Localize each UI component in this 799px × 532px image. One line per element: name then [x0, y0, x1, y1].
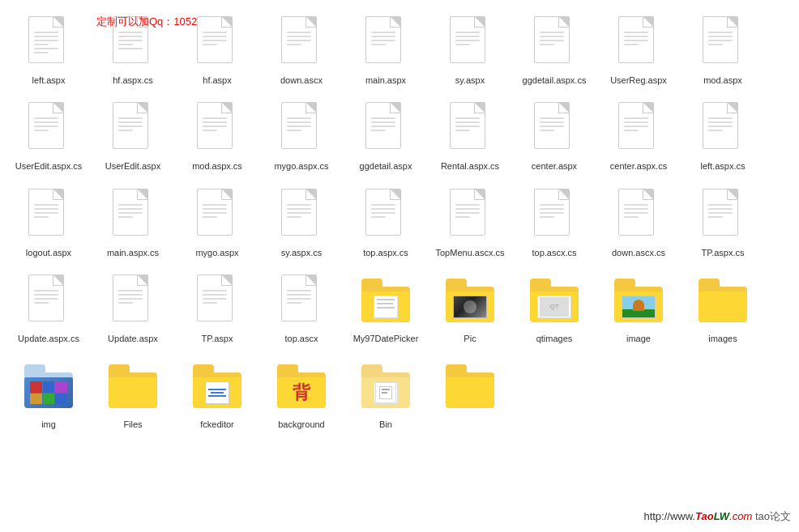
file-name: TP.aspx	[202, 333, 233, 344]
file-name: Update.aspx.cs	[18, 333, 79, 344]
file-icon	[528, 13, 580, 71]
file-name: sy.aspx.cs	[281, 247, 323, 258]
file-icon	[697, 185, 749, 244]
file-icon	[444, 185, 496, 244]
file-icon	[23, 13, 75, 71]
list-item[interactable]: Update.aspx	[92, 266, 173, 349]
file-icon	[191, 99, 243, 157]
folder-my97-icon	[360, 271, 412, 330]
file-name: Pic	[464, 333, 476, 344]
file-name: logout.aspx	[26, 247, 71, 258]
list-item[interactable]: mygo.aspx	[177, 181, 258, 263]
list-item[interactable]: QT qtimages	[514, 266, 595, 349]
list-item[interactable]: mod.aspx.cs	[177, 94, 258, 177]
file-name: mygo.aspx.cs	[274, 160, 328, 172]
file-name: UserEdit.aspx	[105, 160, 160, 172]
file-icon	[444, 13, 496, 71]
file-name: main.aspx	[365, 74, 406, 86]
file-name: qtimages	[536, 333, 573, 344]
list-item[interactable]: down.ascx	[261, 8, 342, 91]
file-name: center.aspx.cs	[610, 160, 667, 172]
file-icon	[276, 13, 327, 71]
list-item[interactable]: top.ascx.cs	[514, 181, 595, 263]
file-name: mygo.aspx	[195, 247, 238, 258]
file-name: Bin	[379, 419, 392, 430]
file-name: images	[708, 333, 737, 344]
list-item[interactable]: Pic	[429, 266, 511, 349]
list-item[interactable]: My97DatePicker	[345, 266, 426, 349]
file-name: TopMenu.ascx.cs	[436, 247, 505, 258]
file-icon	[444, 99, 496, 157]
list-item[interactable]: img	[8, 352, 89, 435]
list-item[interactable]	[429, 352, 511, 433]
list-item[interactable]: UserEdit.aspx	[92, 94, 173, 177]
list-item[interactable]: ggdetail.aspx	[345, 94, 426, 177]
list-item[interactable]: UserEdit.aspx.cs	[8, 94, 89, 177]
list-item[interactable]: 定制可以加Qq：1052602713 hf.aspx.cs	[92, 8, 173, 91]
list-item[interactable]: UserReg.aspx	[598, 8, 679, 91]
list-item[interactable]: center.aspx	[514, 94, 595, 177]
list-item[interactable]: left.aspx.cs	[682, 94, 763, 177]
list-item[interactable]: fckeditor	[177, 352, 258, 435]
file-name: main.aspx.cs	[107, 247, 159, 258]
list-item[interactable]: TopMenu.ascx.cs	[429, 181, 511, 263]
file-name: ggdetail.aspx.cs	[523, 74, 587, 86]
list-item[interactable]: top.aspx.cs	[345, 181, 426, 263]
file-name: background	[278, 419, 325, 430]
file-icon	[697, 13, 749, 71]
folder-partial-icon	[444, 357, 496, 415]
file-name: UserEdit.aspx.cs	[15, 160, 83, 172]
folder-image-icon	[613, 271, 664, 330]
list-item[interactable]: image	[598, 266, 679, 349]
list-item[interactable]: Update.aspx.cs	[8, 266, 89, 349]
file-icon	[276, 99, 327, 157]
file-icon	[191, 13, 243, 71]
folder-bin-icon	[360, 357, 412, 415]
list-item[interactable]: mygo.aspx.cs	[261, 94, 342, 177]
list-item[interactable]: sy.aspx.cs	[261, 181, 342, 263]
file-icon	[360, 99, 412, 157]
file-icon	[528, 99, 580, 157]
folder-images-icon	[697, 271, 749, 330]
file-name: Rental.aspx.cs	[441, 160, 499, 172]
file-icon	[613, 13, 664, 71]
list-item[interactable]: Rental.aspx.cs	[429, 94, 511, 177]
file-icon	[276, 185, 327, 244]
list-item[interactable]: sy.aspx	[429, 8, 511, 91]
file-name: hf.aspx.cs	[113, 74, 153, 86]
file-icon	[23, 185, 75, 244]
file-name: down.ascx.cs	[612, 247, 665, 258]
file-name: img	[41, 419, 56, 430]
list-item[interactable]: logout.aspx	[8, 181, 89, 263]
list-item[interactable]: ggdetail.aspx.cs	[514, 8, 595, 91]
list-item[interactable]: left.aspx	[8, 8, 89, 91]
list-item[interactable]: mod.aspx	[682, 8, 763, 91]
list-item[interactable]: main.aspx.cs	[92, 181, 173, 263]
list-item[interactable]: TP.aspx	[177, 266, 258, 349]
list-item[interactable]: TP.aspx.cs	[682, 181, 763, 263]
file-icon	[613, 99, 664, 157]
list-item[interactable]: center.aspx.cs	[598, 94, 679, 177]
file-icon	[107, 271, 159, 330]
list-item[interactable]: images	[682, 266, 763, 349]
list-item[interactable]: top.ascx	[261, 266, 342, 349]
file-icon	[23, 99, 75, 157]
file-icon	[107, 185, 159, 244]
folder-img-icon	[23, 357, 75, 415]
file-name: UserReg.aspx	[610, 74, 667, 86]
file-grid: left.aspx 定制可以加Qq：1052602713 hf.aspx.cs …	[0, 0, 799, 443]
list-item[interactable]: Files	[92, 352, 173, 435]
file-name: Update.aspx	[108, 333, 158, 344]
list-item[interactable]: hf.aspx	[177, 8, 258, 91]
list-item[interactable]: main.aspx	[345, 8, 426, 91]
file-name: ggdetail.aspx	[360, 160, 412, 172]
file-name: top.ascx	[285, 333, 318, 344]
file-name: image	[626, 333, 651, 344]
list-item[interactable]: Bin	[345, 352, 426, 435]
folder-pic-icon	[444, 271, 496, 330]
list-item[interactable]: 背 background	[261, 352, 342, 435]
list-item[interactable]: down.ascx.cs	[598, 181, 679, 263]
file-name: top.ascx.cs	[532, 247, 576, 258]
file-name: fckeditor	[200, 419, 234, 430]
file-name: mod.aspx	[703, 74, 742, 86]
